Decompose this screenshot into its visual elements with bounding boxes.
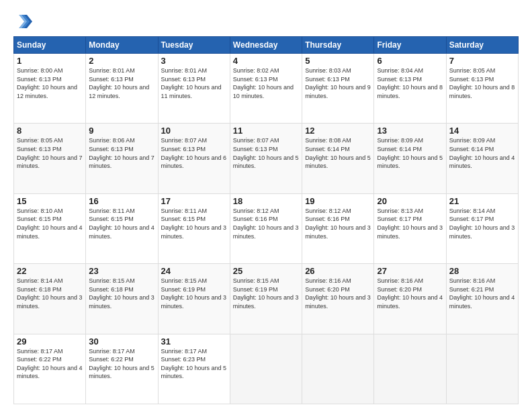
day-info: Sunrise: 8:08 AMSunset: 6:14 PMDaylight:…	[305, 136, 371, 170]
col-header-saturday: Saturday	[446, 37, 518, 54]
day-number: 17	[161, 196, 227, 206]
day-cell-21: 21Sunrise: 8:14 AMSunset: 6:17 PMDayligh…	[446, 193, 518, 263]
calendar: SundayMondayTuesdayWednesdayThursdayFrid…	[13, 36, 519, 404]
day-info: Sunrise: 8:03 AMSunset: 6:13 PMDaylight:…	[305, 66, 371, 100]
day-info: Sunrise: 8:07 AMSunset: 6:13 PMDaylight:…	[233, 136, 299, 170]
empty-cell	[302, 334, 374, 404]
day-cell-19: 19Sunrise: 8:12 AMSunset: 6:16 PMDayligh…	[302, 193, 374, 263]
day-cell-5: 5Sunrise: 8:03 AMSunset: 6:13 PMDaylight…	[302, 54, 374, 124]
day-cell-29: 29Sunrise: 8:17 AMSunset: 6:22 PMDayligh…	[14, 334, 86, 404]
day-info: Sunrise: 8:16 AMSunset: 6:21 PMDaylight:…	[449, 277, 515, 310]
day-cell-20: 20Sunrise: 8:13 AMSunset: 6:17 PMDayligh…	[374, 193, 446, 263]
week-row-2: 8Sunrise: 8:05 AMSunset: 6:13 PMDaylight…	[14, 124, 519, 193]
day-info: Sunrise: 8:11 AMSunset: 6:15 PMDaylight:…	[89, 207, 154, 240]
day-number: 1	[17, 56, 83, 66]
day-cell-28: 28Sunrise: 8:16 AMSunset: 6:21 PMDayligh…	[446, 264, 518, 334]
day-cell-13: 13Sunrise: 8:09 AMSunset: 6:14 PMDayligh…	[374, 124, 446, 193]
day-cell-12: 12Sunrise: 8:08 AMSunset: 6:14 PMDayligh…	[302, 124, 374, 193]
day-cell-3: 3Sunrise: 8:01 AMSunset: 6:13 PMDaylight…	[158, 54, 230, 124]
day-info: Sunrise: 8:01 AMSunset: 6:13 PMDaylight:…	[161, 66, 227, 100]
day-cell-31: 31Sunrise: 8:17 AMSunset: 6:23 PMDayligh…	[158, 334, 230, 404]
day-cell-22: 22Sunrise: 8:14 AMSunset: 6:18 PMDayligh…	[14, 264, 86, 334]
day-info: Sunrise: 8:17 AMSunset: 6:22 PMDaylight:…	[89, 347, 154, 381]
day-info: Sunrise: 8:13 AMSunset: 6:17 PMDaylight:…	[377, 207, 443, 240]
day-cell-11: 11Sunrise: 8:07 AMSunset: 6:13 PMDayligh…	[230, 124, 302, 193]
day-header-row: SundayMondayTuesdayWednesdayThursdayFrid…	[14, 37, 519, 54]
empty-cell	[374, 334, 446, 404]
day-number: 14	[449, 126, 515, 136]
day-number: 6	[377, 56, 443, 66]
day-cell-18: 18Sunrise: 8:12 AMSunset: 6:16 PMDayligh…	[230, 193, 302, 263]
page: SundayMondayTuesdayWednesdayThursdayFrid…	[0, 0, 532, 411]
header	[13, 12, 519, 31]
day-cell-16: 16Sunrise: 8:11 AMSunset: 6:15 PMDayligh…	[86, 193, 158, 263]
day-info: Sunrise: 8:09 AMSunset: 6:14 PMDaylight:…	[449, 136, 515, 170]
day-number: 21	[449, 196, 515, 206]
day-number: 27	[377, 266, 443, 276]
day-number: 11	[233, 126, 299, 136]
day-number: 24	[161, 266, 227, 276]
day-info: Sunrise: 8:15 AMSunset: 6:19 PMDaylight:…	[233, 277, 299, 310]
day-number: 8	[17, 126, 83, 136]
day-info: Sunrise: 8:14 AMSunset: 6:17 PMDaylight:…	[449, 207, 515, 240]
day-info: Sunrise: 8:12 AMSunset: 6:16 PMDaylight:…	[233, 207, 299, 240]
day-info: Sunrise: 8:10 AMSunset: 6:15 PMDaylight:…	[17, 207, 83, 240]
day-info: Sunrise: 8:07 AMSunset: 6:13 PMDaylight:…	[161, 136, 227, 170]
empty-cell	[446, 334, 518, 404]
empty-cell	[230, 334, 302, 404]
day-cell-7: 7Sunrise: 8:05 AMSunset: 6:13 PMDaylight…	[446, 54, 518, 124]
day-number: 31	[161, 336, 227, 347]
day-number: 5	[305, 56, 371, 66]
day-info: Sunrise: 8:11 AMSunset: 6:15 PMDaylight:…	[161, 207, 227, 240]
day-info: Sunrise: 8:05 AMSunset: 6:13 PMDaylight:…	[17, 136, 83, 170]
day-info: Sunrise: 8:09 AMSunset: 6:14 PMDaylight:…	[377, 136, 443, 170]
day-info: Sunrise: 8:00 AMSunset: 6:13 PMDaylight:…	[17, 66, 83, 100]
day-info: Sunrise: 8:12 AMSunset: 6:16 PMDaylight:…	[305, 207, 371, 240]
day-number: 29	[17, 336, 83, 347]
day-number: 7	[449, 56, 515, 66]
day-cell-1: 1Sunrise: 8:00 AMSunset: 6:13 PMDaylight…	[14, 54, 86, 124]
week-row-3: 15Sunrise: 8:10 AMSunset: 6:15 PMDayligh…	[14, 193, 519, 263]
day-number: 12	[305, 126, 371, 136]
day-info: Sunrise: 8:16 AMSunset: 6:20 PMDaylight:…	[377, 277, 443, 310]
day-number: 19	[305, 196, 371, 206]
day-number: 4	[233, 56, 299, 66]
day-number: 9	[89, 126, 154, 136]
week-row-5: 29Sunrise: 8:17 AMSunset: 6:22 PMDayligh…	[14, 334, 519, 404]
day-number: 15	[17, 196, 83, 206]
day-number: 26	[305, 266, 371, 276]
col-header-monday: Monday	[86, 37, 158, 54]
col-header-sunday: Sunday	[14, 37, 86, 54]
logo	[13, 12, 34, 31]
day-cell-4: 4Sunrise: 8:02 AMSunset: 6:13 PMDaylight…	[230, 54, 302, 124]
day-cell-9: 9Sunrise: 8:06 AMSunset: 6:13 PMDaylight…	[86, 124, 158, 193]
logo-icon	[13, 12, 32, 31]
day-number: 10	[161, 126, 227, 136]
col-header-tuesday: Tuesday	[158, 37, 230, 54]
day-info: Sunrise: 8:16 AMSunset: 6:20 PMDaylight:…	[305, 277, 371, 310]
day-number: 13	[377, 126, 443, 136]
day-info: Sunrise: 8:05 AMSunset: 6:13 PMDaylight:…	[449, 66, 515, 100]
day-cell-23: 23Sunrise: 8:15 AMSunset: 6:18 PMDayligh…	[86, 264, 158, 334]
day-cell-24: 24Sunrise: 8:15 AMSunset: 6:19 PMDayligh…	[158, 264, 230, 334]
day-number: 2	[89, 56, 154, 66]
day-info: Sunrise: 8:01 AMSunset: 6:13 PMDaylight:…	[89, 66, 154, 100]
col-header-friday: Friday	[374, 37, 446, 54]
day-info: Sunrise: 8:02 AMSunset: 6:13 PMDaylight:…	[233, 66, 299, 100]
day-number: 20	[377, 196, 443, 206]
day-number: 22	[17, 266, 83, 276]
day-number: 3	[161, 56, 227, 66]
day-cell-6: 6Sunrise: 8:04 AMSunset: 6:13 PMDaylight…	[374, 54, 446, 124]
day-number: 25	[233, 266, 299, 276]
day-cell-17: 17Sunrise: 8:11 AMSunset: 6:15 PMDayligh…	[158, 193, 230, 263]
day-info: Sunrise: 8:06 AMSunset: 6:13 PMDaylight:…	[89, 136, 154, 170]
day-info: Sunrise: 8:17 AMSunset: 6:22 PMDaylight:…	[17, 347, 83, 381]
day-cell-2: 2Sunrise: 8:01 AMSunset: 6:13 PMDaylight…	[86, 54, 158, 124]
day-cell-26: 26Sunrise: 8:16 AMSunset: 6:20 PMDayligh…	[302, 264, 374, 334]
day-number: 18	[233, 196, 299, 206]
col-header-thursday: Thursday	[302, 37, 374, 54]
day-number: 16	[89, 196, 154, 206]
day-info: Sunrise: 8:15 AMSunset: 6:18 PMDaylight:…	[89, 277, 154, 310]
day-cell-30: 30Sunrise: 8:17 AMSunset: 6:22 PMDayligh…	[86, 334, 158, 404]
day-info: Sunrise: 8:14 AMSunset: 6:18 PMDaylight:…	[17, 277, 83, 310]
